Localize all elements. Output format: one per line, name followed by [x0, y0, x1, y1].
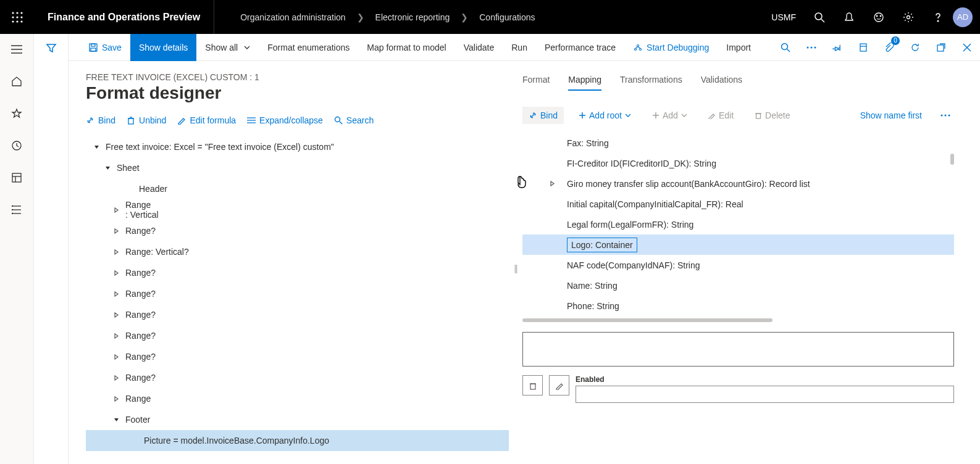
- enabled-input[interactable]: [576, 386, 954, 403]
- validate-button[interactable]: Validate: [455, 34, 503, 61]
- breadcrumb-2[interactable]: Configurations: [479, 12, 535, 22]
- tree-row[interactable]: Range: [86, 388, 509, 409]
- svg-point-40: [811, 46, 813, 48]
- start-debug-button[interactable]: Start Debugging: [624, 34, 718, 61]
- perf-trace-button[interactable]: Performance trace: [536, 34, 624, 61]
- mapping-row[interactable]: Phone: String: [522, 296, 954, 316]
- scrollbar[interactable]: [950, 154, 954, 165]
- search-cmd-button[interactable]: [773, 34, 798, 61]
- breadcrumb-1[interactable]: Electronic reporting: [375, 12, 450, 22]
- scrollbar-horizontal[interactable]: [522, 318, 773, 322]
- mapping-row[interactable]: NAF code(CompanyIdNAF): String: [522, 255, 954, 275]
- home-icon[interactable]: [4, 72, 29, 91]
- tab-format[interactable]: Format: [522, 75, 550, 91]
- company-code[interactable]: USMF: [769, 12, 805, 22]
- svg-rect-42: [860, 44, 866, 51]
- mapping-row[interactable]: Giro money transfer slip account(BankAcc…: [522, 173, 954, 194]
- modules-icon[interactable]: [4, 201, 29, 219]
- help-button[interactable]: [923, 0, 953, 34]
- expand-icon[interactable]: [112, 417, 120, 423]
- recent-icon[interactable]: [4, 136, 29, 155]
- tree-row[interactable]: Range?: [86, 304, 509, 325]
- svg-point-7: [16, 20, 18, 22]
- show-all-button[interactable]: Show all: [196, 34, 259, 61]
- show-name-first-button[interactable]: Show name first: [854, 107, 928, 124]
- tree-row[interactable]: Sheet: [86, 157, 509, 178]
- expand-icon[interactable]: [103, 165, 112, 171]
- tree-row[interactable]: Range?: [86, 220, 509, 241]
- mapping-row[interactable]: FI-Creditor ID(FICreditorID_DK): String: [522, 153, 954, 173]
- mapping-tree[interactable]: Fax: StringFI-Creditor ID(FICreditorID_D…: [522, 133, 954, 316]
- filter-icon[interactable]: [46, 43, 57, 464]
- map-model-button[interactable]: Map format to model: [358, 34, 454, 61]
- map-bind-button[interactable]: Bind: [522, 107, 564, 124]
- tab-validations[interactable]: Validations: [701, 75, 742, 91]
- splitter-icon[interactable]: ‖: [509, 72, 522, 464]
- tree-row[interactable]: Header: [86, 178, 509, 199]
- format-enum-button[interactable]: Format enumerations: [259, 34, 358, 61]
- expand-icon[interactable]: [112, 396, 120, 402]
- show-details-button[interactable]: Show details: [130, 34, 196, 61]
- refresh-button[interactable]: [902, 34, 928, 61]
- expand-icon[interactable]: [112, 270, 120, 276]
- edit-formula-button[interactable]: Edit formula: [177, 115, 236, 125]
- search-button[interactable]: [805, 0, 834, 34]
- run-button[interactable]: Run: [503, 34, 536, 61]
- expand-icon[interactable]: [92, 144, 101, 150]
- tab-transformations[interactable]: Transformations: [620, 75, 682, 91]
- expand-icon[interactable]: [112, 354, 120, 360]
- expand-icon[interactable]: [112, 249, 120, 255]
- tree-row[interactable]: Range?: [86, 367, 509, 388]
- app-launcher[interactable]: [0, 0, 34, 34]
- feedback-button[interactable]: [864, 0, 894, 34]
- expand-icon[interactable]: [112, 207, 120, 213]
- mapping-row[interactable]: Initial capital(CompanyInitialCapital_FR…: [522, 194, 954, 214]
- edit-enabled-button[interactable]: [549, 375, 569, 396]
- more-cmd-button[interactable]: [798, 34, 824, 61]
- attachments-button[interactable]: 0: [876, 34, 902, 61]
- pin-icon[interactable]: [824, 34, 850, 61]
- mapping-row[interactable]: Fax: String: [522, 133, 954, 153]
- favorites-icon[interactable]: [4, 104, 29, 123]
- popout-button[interactable]: [928, 34, 954, 61]
- map-more-button[interactable]: [937, 110, 954, 120]
- svg-point-63: [949, 115, 950, 117]
- expand-icon[interactable]: [112, 312, 120, 318]
- tree-row[interactable]: Range?: [86, 346, 509, 367]
- search-tree-button[interactable]: Search: [334, 115, 374, 125]
- formula-input[interactable]: [522, 332, 954, 367]
- tree-row[interactable]: Free text invoice: Excel = "Free text in…: [86, 136, 509, 157]
- tree-row[interactable]: Range?: [86, 325, 509, 346]
- bind-button[interactable]: Bind: [86, 115, 115, 125]
- clear-enabled-button[interactable]: [522, 375, 543, 396]
- mapping-row[interactable]: Name: String: [522, 275, 954, 296]
- mapping-row[interactable]: Legal form(LegalFormFR): String: [522, 214, 954, 234]
- mapping-row[interactable]: Logo: Container: [522, 234, 954, 255]
- expand-icon[interactable]: [112, 333, 120, 339]
- format-tree[interactable]: Free text invoice: Excel = "Free text in…: [86, 136, 509, 464]
- add-root-button[interactable]: Add root: [572, 107, 637, 124]
- tree-row[interactable]: Footer: [86, 409, 509, 430]
- import-button[interactable]: Import: [718, 34, 760, 61]
- tree-row[interactable]: Picture = model.InvoiceBase.CompanyInfo.…: [86, 430, 509, 451]
- expand-icon[interactable]: [112, 375, 120, 381]
- tree-row[interactable]: Range?: [86, 262, 509, 283]
- close-button[interactable]: [954, 34, 980, 61]
- tree-row[interactable]: Range: Vertical: [86, 199, 509, 220]
- tree-row[interactable]: Range?: [86, 283, 509, 304]
- expand-collapse-button[interactable]: Expand/collapse: [247, 115, 323, 125]
- nav-hamburger[interactable]: [4, 40, 29, 59]
- settings-button[interactable]: [894, 0, 923, 34]
- unbind-button[interactable]: Unbind: [127, 115, 166, 125]
- notifications-button[interactable]: [834, 0, 864, 34]
- office-icon[interactable]: [850, 34, 876, 61]
- save-button[interactable]: Save: [80, 34, 130, 61]
- expand-icon[interactable]: [112, 228, 120, 234]
- tree-row[interactable]: Range: Vertical?: [86, 241, 509, 262]
- avatar[interactable]: AD: [953, 7, 973, 27]
- breadcrumb-0[interactable]: Organization administration: [240, 12, 345, 22]
- workspace-icon[interactable]: [4, 168, 29, 187]
- expand-icon[interactable]: [112, 291, 120, 297]
- tab-mapping[interactable]: Mapping: [568, 75, 601, 91]
- expand-icon[interactable]: [550, 181, 555, 186]
